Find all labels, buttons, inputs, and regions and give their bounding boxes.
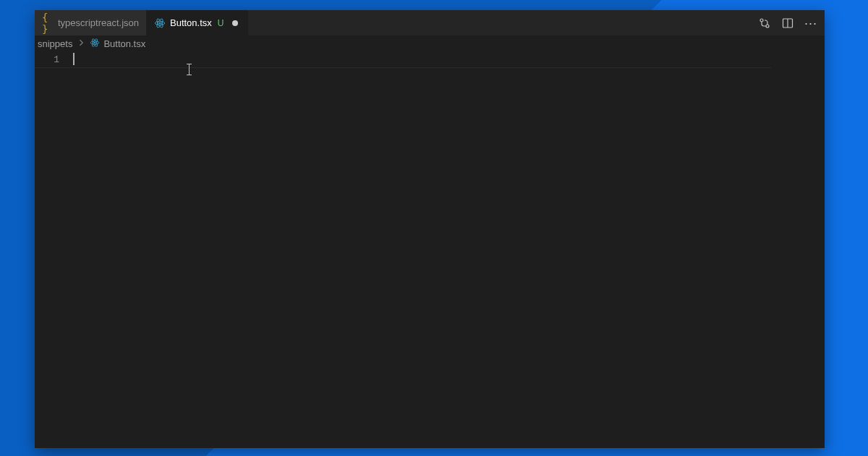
split-editor-button[interactable]	[781, 17, 794, 30]
chevron-right-icon	[77, 38, 85, 49]
svg-point-5	[766, 25, 769, 28]
svg-point-0	[159, 22, 161, 24]
react-icon	[90, 38, 100, 50]
tab-label: typescriptreact.json	[58, 17, 139, 28]
editor-actions: ···	[751, 10, 825, 35]
more-actions-button[interactable]: ···	[804, 17, 817, 30]
editor: 1	[35, 51, 825, 448]
tab-typescriptreact-json[interactable]: { } typescriptreact.json	[35, 10, 147, 35]
unsaved-indicator-icon	[232, 20, 238, 26]
tab-bar: { } typescriptreact.json Button.tsx U	[35, 10, 825, 35]
svg-point-4	[760, 19, 763, 22]
minimap[interactable]	[771, 51, 825, 448]
breadcrumb-label: Button.tsx	[103, 38, 145, 49]
git-status-untracked: U	[218, 18, 224, 28]
vscode-editor-window: { } typescriptreact.json Button.tsx U	[35, 10, 825, 448]
breadcrumb-segment-snippets[interactable]: snippets	[38, 38, 72, 49]
line-number: 1	[35, 53, 59, 67]
tabs: { } typescriptreact.json Button.tsx U	[35, 10, 248, 35]
breadcrumb-label: snippets	[38, 38, 72, 49]
breadcrumb: snippets Button.tsx	[35, 35, 825, 51]
breadcrumb-segment-button-tsx[interactable]: Button.tsx	[90, 38, 145, 50]
svg-point-8	[94, 41, 95, 43]
tab-bar-spacer	[248, 10, 751, 35]
compare-changes-button[interactable]	[758, 17, 771, 30]
react-icon	[154, 17, 166, 29]
tab-label: Button.tsx	[170, 17, 212, 28]
text-cursor-icon	[73, 53, 75, 65]
tab-button-tsx[interactable]: Button.tsx U	[147, 10, 248, 35]
line-number-gutter: 1	[35, 51, 72, 448]
code-editor[interactable]	[72, 51, 771, 448]
json-icon: { }	[42, 17, 54, 29]
